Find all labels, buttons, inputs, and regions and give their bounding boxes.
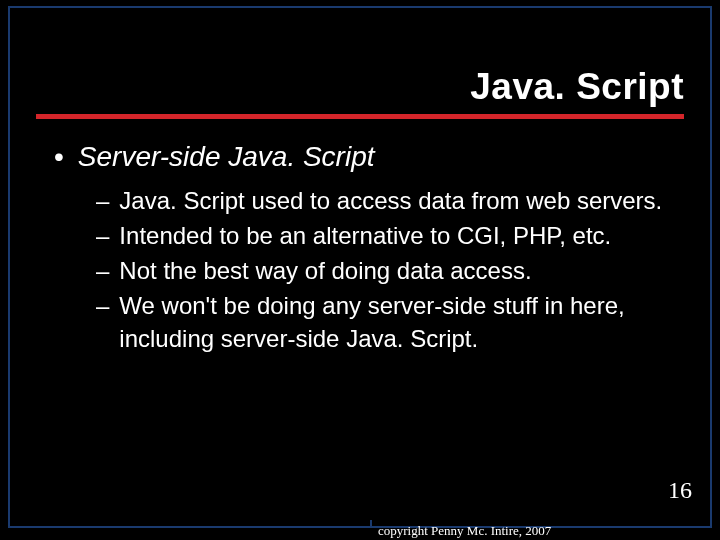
slide-content: • Server-side Java. Script – Java. Scrip… [54,140,678,357]
sub-bullet-text: We won't be doing any server-side stuff … [119,289,678,355]
bullet-level1: • Server-side Java. Script [54,140,678,174]
sub-bullet-list: – Java. Script used to access data from … [96,184,678,355]
sub-bullet-text: Java. Script used to access data from we… [119,184,662,217]
sub-bullet: – Java. Script used to access data from … [96,184,678,217]
page-number: 16 [668,477,692,504]
sub-bullet: – We won't be doing any server-side stuf… [96,289,678,355]
sub-bullet-text: Not the best way of doing data access. [119,254,531,287]
sub-bullet: – Not the best way of doing data access. [96,254,678,287]
sub-bullet-marker: – [96,254,109,287]
decorative-notch [370,520,372,528]
sub-bullet-marker: – [96,289,109,322]
copyright-text: copyright Penny Mc. Intire, 2007 [378,523,551,539]
sub-bullet-marker: – [96,219,109,252]
sub-bullet-marker: – [96,184,109,217]
sub-bullet: – Intended to be an alternative to CGI, … [96,219,678,252]
slide: Java. Script • Server-side Java. Script … [0,0,720,540]
title-area: Java. Script [36,66,684,119]
bullet-text: Server-side Java. Script [78,140,375,174]
slide-title: Java. Script [36,66,684,108]
bullet-marker: • [54,140,64,174]
sub-bullet-text: Intended to be an alternative to CGI, PH… [119,219,611,252]
